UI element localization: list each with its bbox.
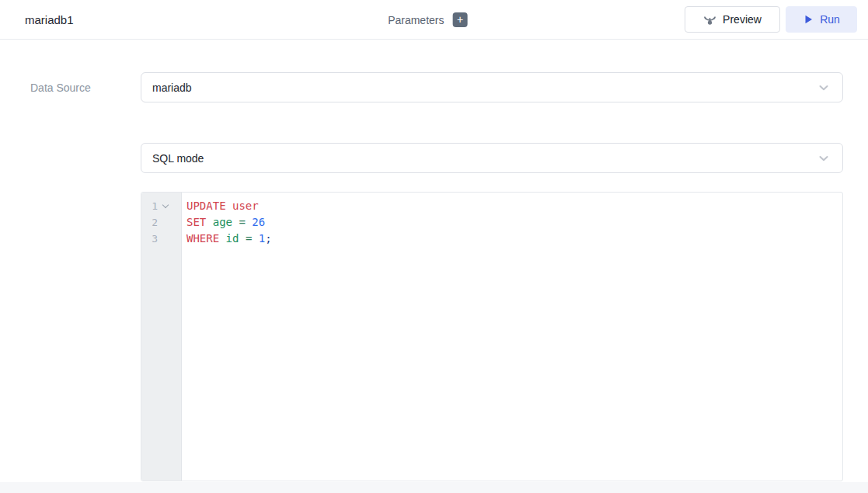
mode-select[interactable]: SQL mode xyxy=(141,143,843,173)
line-number: 3 xyxy=(151,233,158,245)
data-source-label: Data Source xyxy=(30,82,91,94)
code-line: WHERE id = 1; xyxy=(186,231,842,247)
token-plain xyxy=(226,200,232,212)
page-bottom-strip xyxy=(0,482,868,493)
line-number-gutter: 123 xyxy=(141,193,182,481)
header: mariadb1 Parameters + Preview xyxy=(0,0,868,40)
token-identifier: age xyxy=(213,216,232,228)
code-line: SET age = 26 xyxy=(186,214,842,231)
chevron-down-icon xyxy=(817,152,830,165)
run-button-label: Run xyxy=(820,13,840,26)
gutter-row: 3 xyxy=(141,231,181,247)
token-identifier: id xyxy=(226,232,239,245)
token-keyword: SET xyxy=(186,216,206,228)
gutter-row: 1 xyxy=(141,198,181,214)
data-source-select[interactable]: mariadb xyxy=(141,72,843,102)
token-plain xyxy=(206,216,212,228)
header-actions: Preview Run xyxy=(685,6,857,33)
parameters-label: Parameters xyxy=(388,14,444,26)
chevron-down-icon xyxy=(817,82,830,94)
line-number: 1 xyxy=(151,200,158,212)
code-area[interactable]: UPDATE userSET age = 26WHERE id = 1; xyxy=(182,193,842,481)
token-plain xyxy=(252,232,258,245)
token-number: 1 xyxy=(259,232,265,245)
add-parameter-button[interactable]: + xyxy=(452,12,467,27)
eye-icon xyxy=(703,13,716,26)
line-number: 2 xyxy=(151,217,158,228)
page-title: mariadb1 xyxy=(25,13,74,26)
code-line: UPDATE user xyxy=(186,198,842,214)
token-number: 26 xyxy=(252,216,265,228)
token-operator: = xyxy=(239,216,245,228)
sql-editor[interactable]: 123 UPDATE userSET age = 26WHERE id = 1; xyxy=(141,192,843,481)
parameters-group: Parameters + xyxy=(388,0,467,40)
fold-chevron-icon[interactable] xyxy=(162,202,169,208)
query-editor-page: mariadb1 Parameters + Preview xyxy=(0,0,868,493)
preview-button-label: Preview xyxy=(723,13,762,26)
plus-icon: + xyxy=(457,13,463,26)
token-plain xyxy=(239,232,245,245)
play-icon xyxy=(803,14,814,25)
data-source-value: mariadb xyxy=(152,82,192,94)
gutter-row: 2 xyxy=(141,214,181,231)
token-keyword: user xyxy=(232,200,259,212)
token-keyword: WHERE xyxy=(186,232,219,245)
token-keyword: UPDATE xyxy=(186,200,226,212)
token-plain xyxy=(219,232,225,245)
mode-value: SQL mode xyxy=(152,152,204,165)
token-punctuation: ; xyxy=(265,232,271,245)
run-button[interactable]: Run xyxy=(786,6,857,33)
preview-button[interactable]: Preview xyxy=(685,6,780,33)
